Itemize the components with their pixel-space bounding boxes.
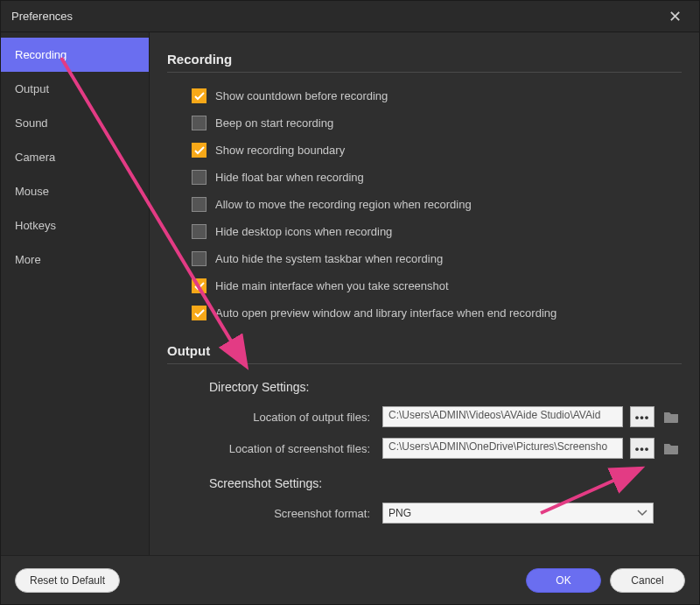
sidebar-item-recording[interactable]: Recording <box>1 38 149 72</box>
open-output-folder-icon[interactable] <box>662 409 681 425</box>
screenshot-format-value: PNG <box>388 507 411 519</box>
recording-option-row: Show countdown before recording <box>192 88 682 103</box>
sidebar-item-mouse[interactable]: Mouse <box>1 174 149 208</box>
recording-option-row: Hide main interface when you take screen… <box>192 278 682 293</box>
checkbox[interactable] <box>192 116 206 130</box>
recording-option-row: Show recording boundary <box>192 143 682 158</box>
screenshot-files-row: Location of screenshot files: C:\Users\A… <box>209 438 682 459</box>
directory-settings-heading: Directory Settings: <box>209 380 682 394</box>
window-title: Preferences <box>11 10 662 23</box>
reset-to-default-button[interactable]: Reset to Default <box>15 568 120 593</box>
browse-output-button[interactable]: ••• <box>630 406 654 427</box>
checkbox[interactable] <box>192 251 206 266</box>
checkbox-label: Hide desktop icons when recording <box>215 225 392 238</box>
checkbox-label: Auto hide the system taskbar when record… <box>215 252 443 265</box>
checkbox[interactable] <box>192 170 206 185</box>
close-icon[interactable]: ✕ <box>662 4 689 30</box>
recording-option-row: Auto open preview window and library int… <box>192 306 682 320</box>
title-bar: Preferences ✕ <box>1 1 699 32</box>
content-pane: Recording Show countdown before recordin… <box>150 32 699 555</box>
ok-button[interactable]: OK <box>526 568 601 593</box>
checkbox[interactable] <box>192 224 206 239</box>
checkbox[interactable] <box>192 278 206 293</box>
sidebar-item-sound[interactable]: Sound <box>1 106 149 140</box>
recording-option-row: Hide desktop icons when recording <box>192 224 682 239</box>
output-files-input[interactable]: C:\Users\ADMIN\Videos\AVAide Studio\AVAi… <box>382 406 623 427</box>
checkbox-label: Show countdown before recording <box>215 89 388 102</box>
sidebar-item-more[interactable]: More <box>1 243 149 277</box>
chevron-down-icon <box>637 507 648 519</box>
output-files-label: Location of output files: <box>209 411 375 424</box>
sidebar-item-output[interactable]: Output <box>1 72 149 106</box>
footer: Reset to Default OK Cancel <box>1 555 699 604</box>
recording-option-row: Beep on start recording <box>192 116 682 130</box>
checkbox[interactable] <box>192 197 206 212</box>
recording-option-row: Hide float bar when recording <box>192 170 682 185</box>
screenshot-settings-heading: Screenshot Settings: <box>209 476 682 490</box>
checkbox-label: Allow to move the recording region when … <box>215 198 472 211</box>
recording-option-row: Auto hide the system taskbar when record… <box>192 251 682 266</box>
checkbox-label: Hide float bar when recording <box>215 171 364 184</box>
sidebar-item-camera[interactable]: Camera <box>1 140 149 174</box>
sidebar: Recording Output Sound Camera Mouse Hotk… <box>1 32 150 555</box>
open-screenshot-folder-icon[interactable] <box>662 440 681 456</box>
checkbox[interactable] <box>192 143 206 158</box>
checkbox[interactable] <box>192 88 206 103</box>
section-title-output: Output <box>167 343 682 364</box>
screenshot-files-input[interactable]: C:\Users\ADMIN\OneDrive\Pictures\Screens… <box>382 438 623 459</box>
recording-option-row: Allow to move the recording region when … <box>192 197 682 212</box>
checkbox-label: Show recording boundary <box>215 144 345 157</box>
output-files-row: Location of output files: C:\Users\ADMIN… <box>209 406 682 427</box>
browse-screenshot-button[interactable]: ••• <box>630 438 654 459</box>
cancel-button[interactable]: Cancel <box>610 568 685 593</box>
checkbox-label: Auto open preview window and library int… <box>215 306 556 320</box>
checkbox-label: Hide main interface when you take screen… <box>215 279 449 292</box>
screenshot-files-label: Location of screenshot files: <box>209 442 375 455</box>
screenshot-format-row: Screenshot format: PNG <box>209 503 682 524</box>
sidebar-item-hotkeys[interactable]: Hotkeys <box>1 208 149 243</box>
checkbox-label: Beep on start recording <box>215 116 333 130</box>
section-title-recording: Recording <box>167 52 682 73</box>
screenshot-format-label: Screenshot format: <box>209 507 375 520</box>
screenshot-format-select[interactable]: PNG <box>382 503 654 524</box>
checkbox[interactable] <box>192 306 206 320</box>
